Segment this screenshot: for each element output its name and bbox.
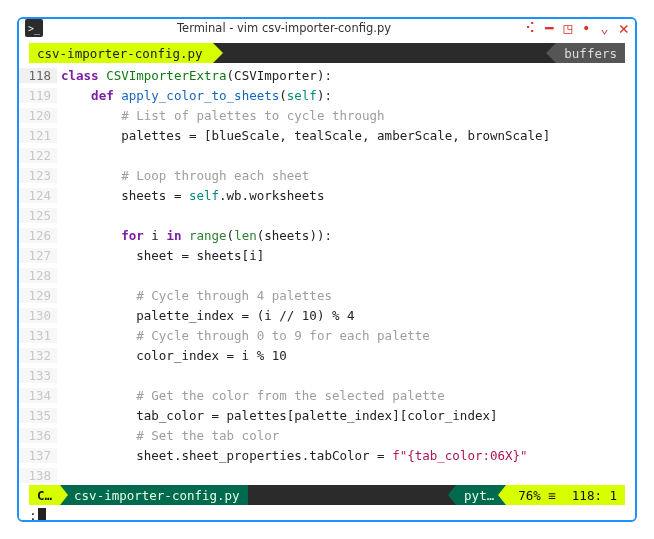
line-content: sheet.sheet_properties.tabColor = f"{tab… — [57, 448, 528, 463]
line-content: # Get the color from the selected palett… — [57, 388, 445, 403]
line-content: # Set the tab color — [57, 428, 279, 443]
line-number: 136 — [19, 428, 57, 443]
code-line[interactable]: 137 sheet.sheet_properties.tabColor = f"… — [19, 445, 635, 465]
code-editor[interactable]: 118class CSVImporterExtra(CSVImporter):1… — [19, 65, 635, 485]
code-line[interactable]: 127 sheet = sheets[i] — [19, 245, 635, 265]
statusline: C… csv-importer-config.py pyt… 76% ≡ 118… — [29, 485, 625, 505]
active-buffer-tab[interactable]: csv-importer-config.py — [29, 43, 213, 63]
status-percent: 76% ≡ — [506, 485, 564, 505]
line-content: # List of palettes to cycle through — [57, 108, 385, 123]
status-filename: csv-importer-config.py — [60, 485, 248, 505]
tabbar-spacer — [213, 43, 557, 63]
maximize-icon[interactable]: ◳ — [563, 21, 571, 35]
code-line[interactable]: 129 # Cycle through 4 palettes — [19, 285, 635, 305]
line-content: def apply_color_to_sheets(self): — [57, 88, 332, 103]
line-content: for i in range(len(sheets)): — [57, 228, 332, 243]
window-control-dots-icon[interactable]: ⠪ — [525, 21, 535, 35]
code-line[interactable]: 125 — [19, 205, 635, 225]
status-filetype-text: pyt… — [464, 488, 494, 503]
terminal-icon: >_ — [25, 19, 43, 37]
line-number: 125 — [19, 208, 57, 223]
line-content: class CSVImporterExtra(CSVImporter): — [57, 68, 332, 83]
line-content: sheet = sheets[i] — [57, 248, 264, 263]
command-line[interactable]: : — [29, 505, 625, 522]
buffers-indicator[interactable]: buffers — [556, 43, 625, 63]
code-line[interactable]: 119 def apply_color_to_sheets(self): — [19, 85, 635, 105]
line-content: # Cycle through 0 to 9 for each palette — [57, 328, 430, 343]
code-line[interactable]: 135 tab_color = palettes[palette_index][… — [19, 405, 635, 425]
line-number: 132 — [19, 348, 57, 363]
code-line[interactable]: 122 — [19, 145, 635, 165]
code-line[interactable]: 118class CSVImporterExtra(CSVImporter): — [19, 65, 635, 85]
line-number: 121 — [19, 128, 57, 143]
code-line[interactable]: 123 # Loop through each sheet — [19, 165, 635, 185]
code-line[interactable]: 134 # Get the color from the selected pa… — [19, 385, 635, 405]
status-spacer — [248, 485, 456, 505]
code-line[interactable]: 130 palette_index = (i // 10) % 4 — [19, 305, 635, 325]
buffer-tabbar: csv-importer-config.py buffers — [29, 43, 625, 63]
line-number: 131 — [19, 328, 57, 343]
status-mode: C… — [29, 485, 60, 505]
line-number: 128 — [19, 268, 57, 283]
active-buffer-label: csv-importer-config.py — [37, 46, 203, 61]
line-number: 138 — [19, 468, 57, 483]
shade-icon[interactable]: ⌄ — [600, 21, 608, 35]
terminal-body: csv-importer-config.py buffers 118class … — [19, 37, 635, 522]
line-content: tab_color = palettes[palette_index][colo… — [57, 408, 498, 423]
code-line[interactable]: 131 # Cycle through 0 to 9 for each pale… — [19, 325, 635, 345]
line-content: # Loop through each sheet — [57, 168, 309, 183]
line-number: 130 — [19, 308, 57, 323]
line-number: 133 — [19, 368, 57, 383]
code-line[interactable]: 136 # Set the tab color — [19, 425, 635, 445]
code-line[interactable]: 133 — [19, 365, 635, 385]
close-icon[interactable]: ✕ — [619, 20, 629, 37]
line-number: 127 — [19, 248, 57, 263]
line-content: palette_index = (i // 10) % 4 — [57, 308, 355, 323]
line-number: 122 — [19, 148, 57, 163]
line-number: 120 — [19, 108, 57, 123]
minimize-icon[interactable]: ━ — [545, 21, 553, 35]
line-number: 118 — [19, 68, 57, 83]
cursor-icon — [38, 508, 46, 523]
code-line[interactable]: 121 palettes = [blueScale, tealScale, am… — [19, 125, 635, 145]
line-content: color_index = i % 10 — [57, 348, 287, 363]
line-number: 135 — [19, 408, 57, 423]
line-number: 124 — [19, 188, 57, 203]
terminal-window: >_ Terminal - vim csv-importer-config.py… — [17, 17, 637, 522]
titlebar[interactable]: >_ Terminal - vim csv-importer-config.py… — [19, 19, 635, 37]
line-number: 129 — [19, 288, 57, 303]
cmdline-prompt: : — [29, 508, 37, 523]
status-mode-text: C… — [37, 488, 52, 503]
window-title: Terminal - vim csv-importer-config.py — [49, 21, 519, 35]
code-line[interactable]: 120 # List of palettes to cycle through — [19, 105, 635, 125]
buffers-label-text: buffers — [564, 46, 617, 61]
line-number: 137 — [19, 448, 57, 463]
line-content: sheets = self.wb.worksheets — [57, 188, 324, 203]
line-number: 134 — [19, 388, 57, 403]
line-content: # Cycle through 4 palettes — [57, 288, 332, 303]
status-percent-text: 76% ≡ — [518, 488, 556, 503]
code-line[interactable]: 126 for i in range(len(sheets)): — [19, 225, 635, 245]
line-number: 119 — [19, 88, 57, 103]
status-filename-text: csv-importer-config.py — [74, 488, 240, 503]
window-controls: ⠪ ━ ◳ • ⌄ ✕ — [525, 20, 629, 37]
line-number: 123 — [19, 168, 57, 183]
status-position-text: 118: 1 — [572, 488, 617, 503]
status-position: 118: 1 — [564, 485, 625, 505]
line-content: palettes = [blueScale, tealScale, amberS… — [57, 128, 550, 143]
code-line[interactable]: 128 — [19, 265, 635, 285]
line-number: 126 — [19, 228, 57, 243]
code-line[interactable]: 124 sheets = self.wb.worksheets — [19, 185, 635, 205]
code-line[interactable]: 138 — [19, 465, 635, 485]
dot-icon[interactable]: • — [582, 21, 590, 35]
code-line[interactable]: 132 color_index = i % 10 — [19, 345, 635, 365]
